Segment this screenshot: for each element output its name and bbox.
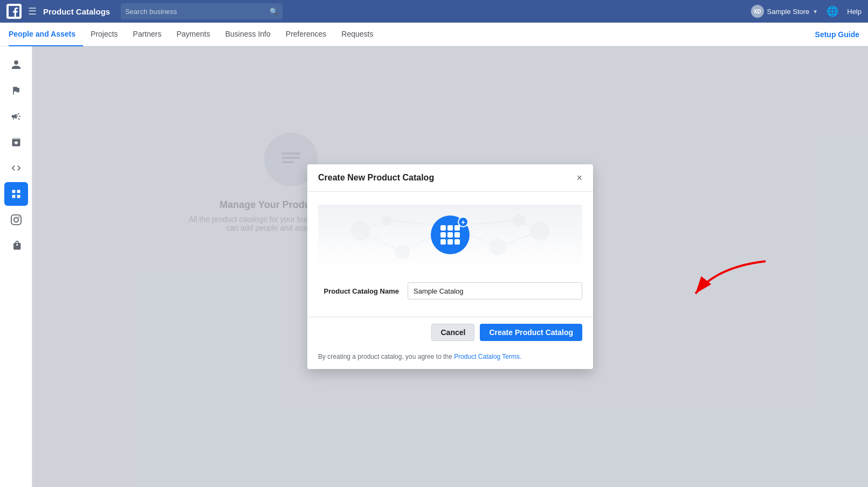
svg-line-14 bbox=[498, 231, 540, 247]
sidebar-icon-catalog[interactable] bbox=[4, 182, 28, 206]
modal-body: + Product Catalog Name bbox=[307, 192, 593, 317]
modal-icon-area: + bbox=[318, 205, 582, 269]
top-navigation: ☰ Product Catalogs 🔍 XD Sample Store ▼ 🌐… bbox=[0, 0, 868, 23]
username-label: Sample Store bbox=[767, 8, 810, 16]
content-area: Manage Your Product Catalogs All the pro… bbox=[32, 46, 868, 487]
svg-point-4 bbox=[351, 221, 370, 240]
sidebar-icon-flag[interactable] bbox=[4, 79, 28, 102]
tab-people-and-assets[interactable]: People and Assets bbox=[9, 23, 83, 46]
plus-badge-icon: + bbox=[458, 217, 469, 227]
svg-point-8 bbox=[531, 221, 549, 240]
tab-requests[interactable]: Requests bbox=[334, 23, 381, 46]
modal-header: Create New Product Catalog × bbox=[307, 164, 593, 192]
user-menu[interactable]: XD Sample Store ▼ bbox=[751, 5, 818, 18]
sidebar-icon-person[interactable] bbox=[4, 53, 28, 76]
globe-icon[interactable]: 🌐 bbox=[826, 5, 838, 17]
search-icon: 🔍 bbox=[270, 8, 278, 16]
main-layout: Manage Your Product Catalogs All the pro… bbox=[0, 46, 868, 487]
secondary-navigation: People and Assets Projects Partners Paym… bbox=[0, 23, 868, 46]
close-icon[interactable]: × bbox=[576, 173, 582, 183]
sidebar-icon-megaphone[interactable] bbox=[4, 105, 28, 128]
tab-payments[interactable]: Payments bbox=[169, 23, 217, 46]
arrow-annotation bbox=[685, 256, 771, 311]
catalog-create-icon: + bbox=[431, 215, 470, 254]
avatar: XD bbox=[751, 5, 764, 18]
sidebar-icon-box[interactable] bbox=[4, 130, 28, 154]
catalog-name-label: Product Catalog Name bbox=[318, 287, 399, 295]
sidebar bbox=[0, 46, 32, 487]
tab-business-info[interactable]: Business Info bbox=[218, 23, 278, 46]
modal-overlay: Create New Product Catalog × bbox=[32, 46, 868, 487]
help-label[interactable]: Help bbox=[847, 8, 862, 16]
search-bar[interactable]: 🔍 bbox=[121, 3, 283, 19]
setup-guide-link[interactable]: Setup Guide bbox=[815, 30, 859, 39]
tab-projects[interactable]: Projects bbox=[83, 23, 126, 46]
form-row-name: Product Catalog Name bbox=[318, 282, 582, 300]
svg-line-11 bbox=[360, 231, 402, 252]
grid-icon bbox=[440, 225, 460, 245]
chevron-down-icon: ▼ bbox=[812, 9, 818, 15]
modal-title: Create New Product Catalog bbox=[318, 173, 434, 183]
create-product-catalog-button[interactable]: Create Product Catalog bbox=[480, 324, 582, 341]
modal-footer: Cancel Create Product Catalog bbox=[307, 317, 593, 347]
sidebar-icon-briefcase[interactable] bbox=[4, 234, 28, 258]
create-catalog-modal: Create New Product Catalog × bbox=[307, 164, 593, 369]
modal-terms: By creating a product catalog, you agree… bbox=[307, 347, 593, 369]
terms-link[interactable]: Product Catalog Terms. bbox=[454, 353, 521, 360]
catalog-name-input[interactable] bbox=[408, 282, 582, 300]
sidebar-icon-instagram[interactable] bbox=[4, 208, 28, 232]
tab-partners[interactable]: Partners bbox=[126, 23, 169, 46]
facebook-logo[interactable] bbox=[6, 4, 22, 19]
tab-preferences[interactable]: Preferences bbox=[278, 23, 334, 46]
nav-right-section: XD Sample Store ▼ 🌐 Help bbox=[751, 5, 862, 18]
cancel-button[interactable]: Cancel bbox=[431, 324, 474, 341]
sidebar-icon-code[interactable] bbox=[4, 156, 28, 180]
hamburger-menu[interactable]: ☰ bbox=[28, 5, 37, 17]
search-input[interactable] bbox=[125, 8, 270, 16]
nav-app-title: Product Catalogs bbox=[43, 7, 110, 16]
